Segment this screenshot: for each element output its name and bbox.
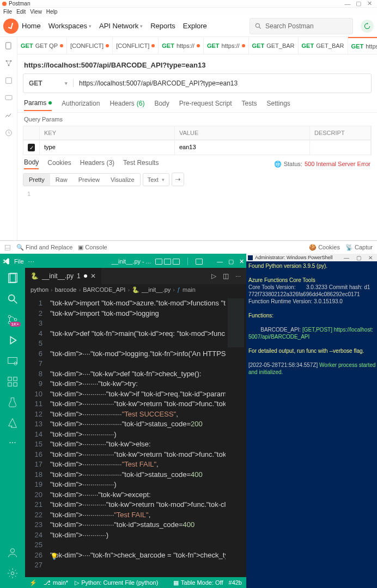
subtab-prereq[interactable]: Pre-request Script [179, 100, 232, 111]
search-icon[interactable] [7, 293, 19, 305]
more-icon[interactable]: ··· [7, 438, 19, 450]
powershell-output[interactable]: Found Python version 3.9.5 (py). Azure F… [246, 261, 377, 588]
tab-5[interactable]: GETGET_BAR [249, 37, 299, 54]
subtab-params[interactable]: Params [24, 99, 52, 111]
request-subtabs: Params Authorization Headers(6) Body Pre… [17, 97, 377, 113]
resp-body[interactable]: Body [24, 158, 39, 169]
history-icon[interactable] [4, 128, 13, 137]
ps-minimize[interactable]: — [342, 255, 351, 261]
color-status[interactable]: #42b [229, 579, 242, 586]
capture-button[interactable]: 📡 Captur [345, 244, 373, 251]
window-close[interactable]: ✕ [364, 0, 375, 7]
run-icon[interactable]: ▷ [211, 272, 216, 280]
lang-select[interactable]: Text▾ [143, 173, 169, 186]
menu-file[interactable]: File [3, 9, 12, 15]
env-icon[interactable] [4, 76, 13, 85]
scm-icon[interactable]: 1K+ [7, 314, 19, 326]
debug-icon[interactable] [7, 334, 19, 346]
collections-icon[interactable] [4, 41, 13, 50]
close-tab[interactable]: ✕ [90, 272, 96, 280]
breadcrumb[interactable]: python› barcode› BARCODE_API› 🐍__init__.… [25, 284, 246, 295]
ps-maximize[interactable]: ▢ [354, 255, 363, 261]
nav-workspaces[interactable]: Workspaces▾ [48, 22, 92, 30]
resp-test[interactable]: Test Results [123, 159, 159, 169]
tab-1[interactable]: [CONFLICT] [67, 37, 113, 54]
more-tab-icon[interactable]: ··· [235, 272, 241, 280]
tab-0[interactable]: GETGET QP [17, 37, 67, 54]
api-icon[interactable] [4, 59, 13, 68]
update-button[interactable] [361, 20, 374, 33]
url-input[interactable]: https://localhost:5007/api/BARCODE_API?t… [74, 79, 371, 87]
mode-preview[interactable]: Preview [73, 174, 105, 186]
tab-7[interactable]: GEThttps:// [348, 37, 377, 54]
editor-tab[interactable]: 🐍 __init__.py 1 ✕ [25, 268, 101, 284]
console-button[interactable]: ▣ Console [78, 244, 107, 251]
powershell-window: Administrator: Windows PowerShell — ▢ ✕ … [246, 254, 377, 588]
vscode-menu-file[interactable]: File [14, 258, 24, 265]
nav-home[interactable]: Home [22, 22, 41, 30]
tab-2[interactable]: [CONFLICT] [113, 37, 159, 54]
resp-cookies[interactable]: Cookies [47, 159, 71, 169]
svg-rect-12 [10, 273, 17, 282]
tab-4[interactable]: GEThttps:// [204, 37, 249, 54]
remote-icon[interactable] [7, 355, 19, 367]
subtab-headers[interactable]: Headers(6) [110, 100, 144, 111]
lightbulb-icon[interactable]: 💡 [50, 552, 58, 562]
tab-6[interactable]: GETGET_BAR [299, 37, 348, 54]
branch-status[interactable]: ⎇ main* [44, 579, 68, 586]
mode-raw[interactable]: Raw [50, 174, 73, 186]
wrap-icon[interactable]: ⇢ [172, 173, 184, 186]
settings-icon[interactable] [7, 567, 19, 579]
vscode-close[interactable]: ✕ [239, 258, 244, 265]
debug-config[interactable]: ▷ Python: Current File (python) [75, 579, 158, 586]
svg-point-13 [9, 295, 15, 301]
vscode-minimize[interactable]: — [217, 258, 223, 265]
param-desc[interactable] [310, 140, 371, 155]
postman-logo[interactable] [3, 19, 19, 34]
split-icon[interactable]: ◫ [223, 272, 229, 280]
tab-3[interactable]: GEThttps:// [159, 37, 204, 54]
azure-icon[interactable] [7, 417, 19, 429]
search-input[interactable]: Search Postman [250, 18, 353, 34]
vscode-menu-more[interactable]: ··· [28, 258, 35, 265]
table-mode[interactable]: ▦ Table Mode: Off [173, 579, 223, 586]
explorer-icon[interactable] [7, 272, 19, 284]
account-icon[interactable] [7, 547, 19, 559]
vscode-maximize[interactable]: ▢ [228, 258, 234, 265]
param-value[interactable]: ean13 [175, 140, 310, 155]
subtab-settings[interactable]: Settings [267, 100, 290, 111]
testing-icon[interactable] [7, 396, 19, 408]
mode-visualize[interactable]: Visualize [105, 174, 140, 186]
mode-pretty[interactable]: Pretty [23, 174, 50, 186]
menu-view[interactable]: View [30, 9, 42, 15]
remote-status[interactable]: ⚡ [29, 579, 37, 586]
extensions-icon[interactable] [7, 376, 19, 388]
find-replace[interactable]: 🔍 Find and Replace [16, 244, 72, 251]
response-body[interactable]: 1 [17, 189, 377, 198]
menu-edit[interactable]: Edit [16, 9, 26, 15]
resp-headers[interactable]: Headers (3) [80, 159, 114, 169]
nav-explore[interactable]: Explore [183, 22, 207, 30]
cookies-button[interactable]: 🍪 Cookies [309, 244, 340, 251]
params-table-row[interactable]: ✓ type ean13 [23, 140, 372, 155]
nav-reports[interactable]: Reports [150, 22, 175, 30]
nav-api-network[interactable]: API Network▾ [99, 22, 143, 30]
subtab-body[interactable]: Body [154, 100, 169, 111]
window-maximize[interactable]: ▢ [353, 0, 364, 7]
panel-icon[interactable] [4, 244, 11, 251]
window-minimize[interactable]: — [342, 1, 353, 7]
code-editor[interactable]: 1234567891011121314151617181920212223242… [25, 295, 246, 577]
ps-close[interactable]: ✕ [366, 255, 375, 261]
layout-icons[interactable] [155, 259, 180, 265]
mock-icon[interactable] [4, 94, 13, 102]
layout-icons-2[interactable] [196, 259, 203, 265]
subtab-tests[interactable]: Tests [241, 100, 257, 111]
monitor-icon[interactable] [4, 111, 13, 120]
method-select[interactable]: GET▾ [23, 79, 74, 87]
row-checkbox[interactable]: ✓ [28, 144, 35, 151]
request-name: https://localhost:5007/api/BARCODE_API?t… [17, 54, 377, 74]
minimap[interactable] [226, 295, 246, 577]
subtab-auth[interactable]: Authorization [62, 100, 100, 111]
menu-help[interactable]: Help [46, 9, 58, 15]
param-key[interactable]: type [40, 140, 175, 155]
